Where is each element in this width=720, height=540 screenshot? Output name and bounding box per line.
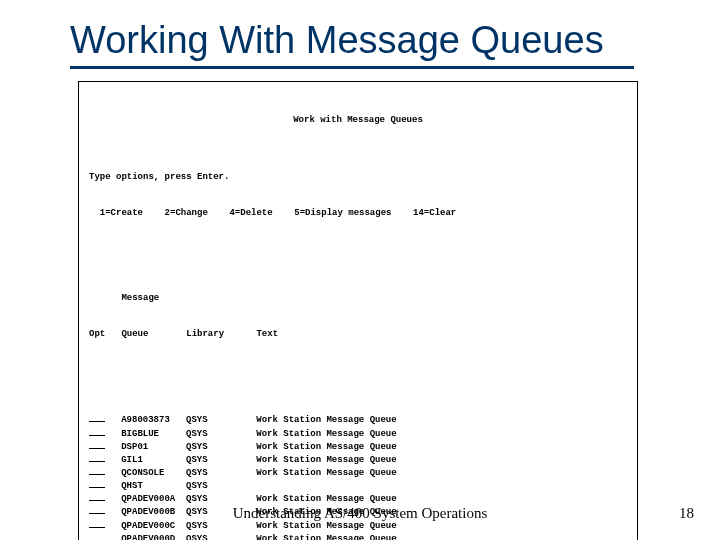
col-queue-header1: Message	[121, 293, 159, 303]
option-input[interactable]	[89, 466, 105, 475]
option-input[interactable]	[89, 453, 105, 462]
row-text: QHST QSYS	[105, 481, 256, 491]
table-row: GIL1 QSYS Work Station Message Queue	[89, 453, 627, 466]
table-row: QPADEV000A QSYS Work Station Message Que…	[89, 492, 627, 505]
terminal-panel: Work with Message Queues Type options, p…	[78, 81, 638, 540]
table-row: A98003873 QSYS Work Station Message Queu…	[89, 413, 627, 426]
table-row: QPADEV000D QSYS Work Station Message Que…	[89, 532, 627, 540]
row-text: DSP01 QSYS Work Station Message Queue	[105, 442, 397, 452]
footer-caption: Understanding AS/400 System Operations	[0, 505, 720, 522]
option-input[interactable]	[89, 427, 105, 436]
row-text: QPADEV000D QSYS Work Station Message Que…	[105, 534, 397, 540]
row-text: QPADEV000C QSYS Work Station Message Que…	[105, 521, 397, 531]
option-input[interactable]	[89, 413, 105, 422]
instruction-line: Type options, press Enter.	[89, 171, 627, 183]
terminal-title: Work with Message Queues	[89, 114, 627, 126]
row-text: A98003873 QSYS Work Station Message Queu…	[105, 415, 397, 425]
table-row: BIGBLUE QSYS Work Station Message Queue	[89, 427, 627, 440]
options-line: 1=Create 2=Change 4=Delete 5=Display mes…	[89, 207, 627, 219]
table-row: QCONSOLE QSYS Work Station Message Queue	[89, 466, 627, 479]
option-input[interactable]	[89, 440, 105, 449]
table-row: QHST QSYS	[89, 479, 627, 492]
option-input[interactable]	[89, 492, 105, 501]
col-opt-header: Opt	[89, 329, 105, 339]
row-text: BIGBLUE QSYS Work Station Message Queue	[105, 429, 397, 439]
col-library-header: Library	[186, 329, 224, 339]
column-header-line2: Opt Queue Library Text	[89, 328, 627, 340]
row-text: GIL1 QSYS Work Station Message Queue	[105, 455, 397, 465]
col-queue-header2: Queue	[121, 329, 148, 339]
page-number: 18	[679, 505, 694, 522]
row-text: QCONSOLE QSYS Work Station Message Queue	[105, 468, 397, 478]
title-underline	[70, 66, 634, 69]
slide-title: Working With Message Queues	[70, 20, 670, 62]
col-text-header: Text	[256, 329, 278, 339]
option-input[interactable]	[89, 479, 105, 488]
row-text: QPADEV000A QSYS Work Station Message Que…	[105, 494, 397, 504]
column-header-line1: Message	[89, 292, 627, 304]
option-input[interactable]	[89, 532, 105, 540]
table-row: DSP01 QSYS Work Station Message Queue	[89, 440, 627, 453]
